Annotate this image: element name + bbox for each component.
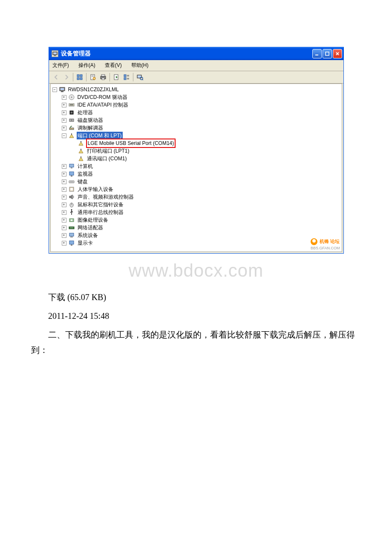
tree-node-label[interactable]: 处理器 [77,109,94,116]
expander-icon[interactable]: + [62,118,66,123]
expander-icon[interactable]: + [62,218,66,223]
article-body: 下载 (65.07 KB) 2011-12-24 15:48 二、下载我的刷机工… [28,289,364,358]
tree-child-node[interactable]: 通讯端口 (COM1) [52,155,340,162]
expander-icon[interactable]: + [62,172,66,176]
svg-point-54 [71,220,72,221]
tree-child-node[interactable]: 打印机端口 (LPT1) [52,147,340,155]
tree-child-label[interactable]: 通讯端口 (COM1) [86,155,128,162]
tree-node[interactable]: + IDE ATA/ATAPI 控制器 [52,101,340,109]
port-icon [78,155,84,162]
expander-icon[interactable]: + [62,126,66,130]
expander-icon[interactable]: + [62,195,66,199]
tree-node[interactable]: + 磁盘驱动器 [52,116,340,124]
tree-root[interactable]: − RWDSN1CZ0ZJXLML [52,86,340,93]
expander-icon[interactable]: + [62,179,66,184]
disk-icon [68,117,75,124]
tree-node[interactable]: + 计算机 [52,162,340,170]
device-manager-window: 设备管理器 文件(F) 操作(A) 查看(V) 帮助(H) [49,47,344,254]
expander-icon[interactable]: + [62,103,66,107]
svg-rect-4 [326,52,329,55]
svg-rect-32 [70,104,73,105]
port-icon [68,132,75,139]
menu-action[interactable]: 操作(A) [77,61,97,70]
tree-node-label[interactable]: 显示卡 [77,239,94,247]
tree-node-label[interactable]: 计算机 [77,162,94,170]
svg-rect-58 [70,237,73,237]
expander-icon[interactable]: + [62,210,66,215]
expander-icon[interactable]: + [62,110,66,115]
minimize-button[interactable] [312,49,322,58]
expander-icon[interactable]: + [62,241,66,246]
svg-rect-57 [69,233,74,236]
toolbar-view-button[interactable] [75,72,85,82]
tree-node[interactable]: + 显示卡 [52,239,340,247]
port-icon [78,147,84,154]
tree-child-node[interactable]: LGE Mobile USB Serial Port (COM14) [52,139,340,147]
expander-icon[interactable]: + [62,233,66,238]
tree-node-label[interactable]: 监视器 [77,170,94,178]
tree-child-label[interactable]: 打印机端口 (LPT1) [86,147,130,155]
tree-node[interactable]: + 监视器 [52,170,340,178]
menubar: 文件(F) 操作(A) 查看(V) 帮助(H) [49,60,343,71]
window-titlebar[interactable]: 设备管理器 [49,47,343,60]
toolbar-refresh-button[interactable] [111,72,121,82]
tree-node-label[interactable]: 声音、视频和游戏控制器 [77,193,135,201]
close-button[interactable] [333,49,342,58]
tree-node[interactable]: + 图像处理设备 [52,216,340,224]
tree-node-label[interactable]: 鼠标和其它指针设备 [77,201,124,208]
forum-watermark: 机锋 论坛 BBS.GFAN.COM [311,238,340,251]
tree-node-label[interactable]: 键盘 [77,178,89,185]
expander-icon[interactable]: − [52,87,57,92]
toolbar-scan-button[interactable] [135,72,145,82]
expander-icon[interactable]: + [62,225,66,230]
tree-node[interactable]: + 通用串行总线控制器 [52,208,340,216]
tree-node-label[interactable]: 网络适配器 [77,224,104,231]
tree-node-label[interactable]: 调制解调器 [77,124,104,132]
svg-rect-28 [61,91,63,92]
tree-node-label[interactable]: 人体学输入设备 [77,185,114,193]
toolbar-properties-button[interactable] [88,72,98,82]
svg-rect-45 [71,176,72,176]
tree-root-label[interactable]: RWDSN1CZ0ZJXLML [67,86,120,93]
tree-node[interactable]: + 人体学输入设备 [52,185,340,193]
mouse-icon [68,201,75,208]
svg-rect-11 [92,76,94,77]
tree-node[interactable]: + 网络适配器 [52,224,340,231]
maximize-button[interactable] [323,49,332,58]
expander-icon[interactable]: − [62,133,66,138]
expander-icon[interactable]: + [62,202,66,207]
tree-node[interactable]: + 鼠标和其它指针设备 [52,201,340,208]
cdrom-icon [68,94,75,101]
tree-node-label[interactable]: 系统设备 [77,231,99,239]
tree-node[interactable]: + 处理器 [52,109,340,116]
svg-rect-42 [69,164,74,167]
tree-node[interactable]: + 键盘 [52,178,340,185]
svg-rect-20 [124,78,126,80]
network-icon [68,224,75,231]
expander-icon[interactable]: + [62,164,66,169]
tree-node-label[interactable]: DVD/CD-ROM 驱动器 [77,93,128,101]
toolbar-print-button[interactable] [98,72,108,82]
menu-help[interactable]: 帮助(H) [130,61,150,70]
svg-rect-59 [69,241,74,244]
system-icon [68,232,75,239]
cpu-icon [68,109,75,116]
svg-rect-27 [61,88,64,90]
device-tree[interactable]: − RWDSN1CZ0ZJXLML + DVD/CD-ROM 驱动器 + IDE… [50,84,342,252]
menu-file[interactable]: 文件(F) [51,61,71,70]
tree-node-label[interactable]: 图像处理设备 [77,216,109,224]
expander-icon[interactable]: + [62,187,66,192]
toolbar-details-button[interactable] [121,72,132,82]
svg-rect-49 [70,188,73,191]
tree-child-label-lge[interactable]: LGE Mobile USB Serial Port (COM14) [86,139,176,148]
menu-view[interactable]: 查看(V) [103,61,124,70]
tree-node[interactable]: + 声音、视频和游戏控制器 [52,193,340,201]
tree-node[interactable]: + 系统设备 [52,231,340,239]
expander-icon[interactable]: + [62,95,66,100]
tree-node[interactable]: + 调制解调器 [52,124,340,132]
tree-node-label[interactable]: 磁盘驱动器 [77,116,104,124]
tree-node[interactable]: + DVD/CD-ROM 驱动器 [52,93,340,101]
toolbar [49,71,343,84]
tree-node-label[interactable]: 通用串行总线控制器 [77,208,124,216]
tree-node-label[interactable]: IDE ATA/ATAPI 控制器 [77,101,130,109]
